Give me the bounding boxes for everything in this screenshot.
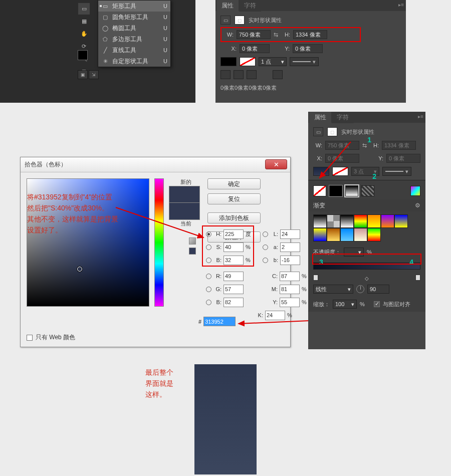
radio-l[interactable] (263, 231, 268, 237)
custom-shape-icon: ✳ (101, 57, 109, 65)
flyout-polygon[interactable]: ⬠ 多边形工具 U (98, 34, 170, 45)
flyout-custom-shape[interactable]: ✳ 自定形状工具 U (98, 56, 170, 67)
stroke-style[interactable]: ▾ (290, 57, 319, 66)
align-btn[interactable] (220, 70, 231, 79)
gear-icon[interactable]: ⚙ (415, 202, 420, 209)
reset-button[interactable]: 复位 (207, 193, 261, 204)
opacity-input[interactable]: ▾ (344, 248, 364, 257)
tab-properties[interactable]: 属性 (309, 112, 331, 123)
add-swatch-button[interactable]: 添加到色板 (207, 212, 261, 223)
closest-web-swatch[interactable] (189, 248, 196, 255)
fill-swatch-grad[interactable] (313, 167, 329, 176)
radio-lb[interactable] (263, 258, 268, 263)
radio-h[interactable] (206, 231, 211, 237)
corner-link-icon[interactable] (273, 70, 283, 79)
bb-input[interactable]: 82 (223, 298, 244, 307)
preset[interactable] (313, 228, 327, 242)
gradient-type-select[interactable]: 线性▾ (313, 285, 353, 294)
preset[interactable] (354, 228, 367, 242)
r-input[interactable]: 49 (223, 272, 244, 281)
screenmode-icon[interactable]: ⇲ (89, 70, 99, 79)
preset[interactable] (394, 214, 408, 228)
only-web-checkbox[interactable] (27, 335, 33, 341)
link-wh-icon[interactable]: ⇆ (274, 32, 278, 38)
link-icon[interactable]: ⇆ (362, 142, 367, 149)
foreground-swatch[interactable] (78, 50, 88, 60)
width-input[interactable]: 750 像素 (237, 30, 271, 39)
stroke-swatch[interactable] (332, 167, 348, 176)
hex-input[interactable]: 313952 (203, 317, 236, 326)
radio-s[interactable] (206, 245, 211, 250)
gamut-warning-icon[interactable] (189, 237, 196, 245)
fill-solid[interactable] (329, 185, 342, 196)
radio-b[interactable] (206, 258, 211, 263)
flyout-rectangle[interactable]: ▭ 矩形工具 U (98, 1, 170, 12)
flyout-ellipse[interactable]: ◯ 椭圆工具 U (98, 23, 170, 34)
preset[interactable] (354, 214, 367, 228)
angle-input[interactable]: 90 (367, 285, 389, 294)
current-color-swatch[interactable] (169, 203, 200, 220)
color-field[interactable]: 将#313952复制到"4"的位置 然后把"S:40%"改成30%。 其他不变，… (27, 178, 149, 307)
gradient-bar[interactable] (313, 263, 420, 270)
preset[interactable] (340, 228, 354, 242)
preset[interactable] (313, 214, 327, 228)
preset[interactable] (340, 214, 354, 228)
preset[interactable] (327, 214, 340, 228)
radio-r[interactable] (206, 274, 211, 279)
tool-icon[interactable]: ▦ (78, 16, 90, 27)
a-input[interactable]: 2 (280, 243, 300, 252)
rectangle-tool-icon[interactable]: ▭ (78, 3, 90, 15)
panel-menu-icon[interactable]: ▸≡ (398, 2, 404, 8)
flyout-line[interactable]: ╱ 直线工具 U (98, 45, 170, 56)
flyout-rounded-rect[interactable]: ▢ 圆角矩形工具 U (98, 12, 170, 23)
preset[interactable] (367, 228, 381, 242)
fill-swatch[interactable] (220, 57, 237, 66)
preset[interactable] (381, 214, 394, 228)
color-picker-icon[interactable] (410, 186, 420, 196)
radio-a[interactable] (263, 245, 268, 250)
ok-button[interactable]: 确定 (207, 178, 261, 189)
x-input[interactable]: 0 像素 (240, 44, 270, 53)
radio-g[interactable] (206, 287, 211, 292)
tab-character[interactable]: 字符 (239, 0, 261, 12)
gradient-stop-left[interactable] (313, 275, 318, 281)
fill-pattern[interactable] (361, 185, 374, 196)
m-input[interactable]: 81 (280, 285, 300, 294)
color-cursor (77, 267, 82, 272)
gradient-presets (308, 211, 425, 245)
k-input[interactable]: 24 (265, 311, 285, 320)
preset[interactable] (327, 228, 340, 242)
h-input[interactable]: 225 (223, 229, 244, 239)
hand-tool-icon[interactable]: ✋ (78, 28, 90, 40)
yy-input[interactable]: 55 (280, 298, 300, 307)
quickmask-icon[interactable]: ▣ (78, 70, 88, 79)
g-input[interactable]: 57 (223, 285, 244, 294)
lb-input[interactable]: -16 (280, 256, 300, 265)
scale-input[interactable]: 100▾ (333, 300, 357, 309)
stroke-size[interactable]: 1 点▾ (259, 57, 287, 66)
align-checkbox[interactable]: ✓ (374, 301, 380, 307)
height-input[interactable]: 1334 像素 (293, 30, 327, 39)
gradient-midpoint[interactable]: ◇ (365, 276, 369, 280)
align-btn[interactable] (247, 70, 257, 79)
c-input[interactable]: 87 (280, 272, 300, 281)
stroke-swatch[interactable] (240, 57, 256, 66)
panel-menu-icon[interactable]: ▸≡ (418, 114, 423, 119)
tab-properties[interactable]: 属性 (216, 0, 239, 12)
fill-none[interactable] (313, 185, 326, 196)
new-color-swatch[interactable] (169, 186, 200, 203)
dialog-titlebar[interactable]: 拾色器（色标） ✕ (21, 157, 290, 172)
hue-slider[interactable] (154, 178, 164, 307)
b-input[interactable]: 32 (223, 256, 244, 265)
s-input[interactable]: 40 (223, 243, 244, 252)
radio-bb[interactable] (206, 300, 211, 305)
preset[interactable] (367, 214, 381, 228)
gradient-stop-right[interactable] (415, 275, 420, 281)
y-input[interactable]: 0 像素 (293, 44, 323, 53)
stroke-style[interactable]: ▾ (382, 167, 411, 176)
l-input[interactable]: 24 (280, 229, 300, 239)
fill-gradient[interactable] (345, 185, 358, 196)
align-btn[interactable] (234, 70, 244, 79)
tab-character[interactable]: 字符 (332, 112, 354, 123)
close-button[interactable]: ✕ (265, 159, 287, 169)
